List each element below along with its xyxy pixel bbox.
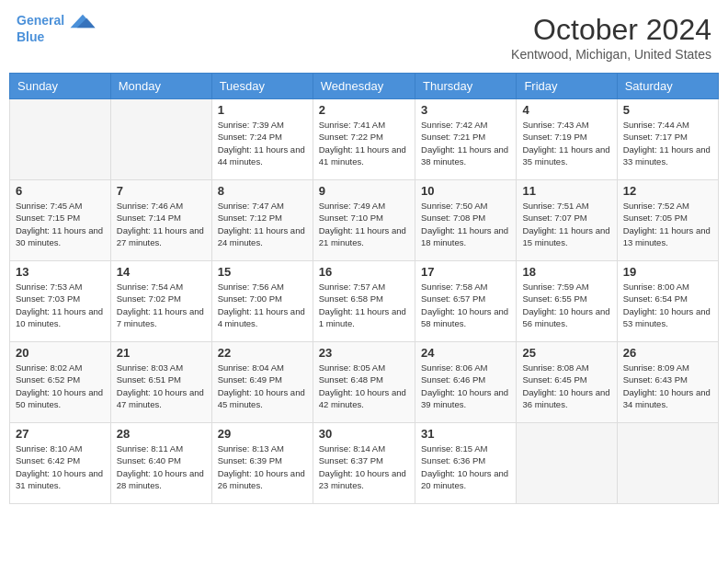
calendar-cell: 30Sunrise: 8:14 AMSunset: 6:37 PMDayligh…	[313, 423, 415, 504]
calendar-cell: 28Sunrise: 8:11 AMSunset: 6:40 PMDayligh…	[110, 423, 211, 504]
day-number: 25	[522, 346, 610, 360]
day-info: Sunrise: 8:05 AMSunset: 6:48 PMDaylight:…	[319, 362, 409, 410]
calendar-cell: 23Sunrise: 8:05 AMSunset: 6:48 PMDayligh…	[313, 342, 415, 423]
day-number: 20	[16, 346, 105, 360]
calendar-cell: 3Sunrise: 7:42 AMSunset: 7:21 PMDaylight…	[415, 99, 517, 180]
calendar-cell: 8Sunrise: 7:47 AMSunset: 7:12 PMDaylight…	[211, 180, 313, 261]
day-info: Sunrise: 7:59 AMSunset: 6:55 PMDaylight:…	[522, 281, 610, 329]
day-number: 16	[319, 265, 409, 279]
day-number: 17	[421, 265, 510, 279]
calendar-cell: 21Sunrise: 8:03 AMSunset: 6:51 PMDayligh…	[110, 342, 211, 423]
day-info: Sunrise: 8:11 AMSunset: 6:40 PMDaylight:…	[117, 442, 206, 491]
day-info: Sunrise: 7:54 AMSunset: 7:02 PMDaylight:…	[117, 281, 206, 329]
calendar-cell: 7Sunrise: 7:46 AMSunset: 7:14 PMDaylight…	[110, 180, 211, 261]
calendar-cell: 20Sunrise: 8:02 AMSunset: 6:52 PMDayligh…	[10, 342, 111, 423]
day-info: Sunrise: 8:00 AMSunset: 6:54 PMDaylight:…	[623, 281, 712, 329]
day-number: 10	[421, 184, 510, 198]
calendar-cell: 12Sunrise: 7:52 AMSunset: 7:05 PMDayligh…	[617, 180, 718, 261]
calendar-cell: 24Sunrise: 8:06 AMSunset: 6:46 PMDayligh…	[415, 342, 517, 423]
day-of-week-header: Wednesday	[313, 74, 415, 99]
day-info: Sunrise: 7:45 AMSunset: 7:15 PMDaylight:…	[16, 200, 105, 248]
calendar-week-row: 27Sunrise: 8:10 AMSunset: 6:42 PMDayligh…	[10, 423, 719, 504]
calendar-cell: 18Sunrise: 7:59 AMSunset: 6:55 PMDayligh…	[517, 261, 617, 342]
day-number: 3	[421, 103, 510, 117]
day-number: 24	[421, 346, 510, 360]
calendar-week-row: 13Sunrise: 7:53 AMSunset: 7:03 PMDayligh…	[10, 261, 719, 342]
day-of-week-header: Monday	[110, 74, 211, 99]
day-info: Sunrise: 7:53 AMSunset: 7:03 PMDaylight:…	[16, 281, 105, 329]
day-number: 14	[117, 265, 206, 279]
calendar-cell: 29Sunrise: 8:13 AMSunset: 6:39 PMDayligh…	[211, 423, 313, 504]
day-info: Sunrise: 8:02 AMSunset: 6:52 PMDaylight:…	[16, 362, 105, 410]
calendar-cell: 5Sunrise: 7:44 AMSunset: 7:17 PMDaylight…	[617, 99, 718, 180]
calendar-week-row: 1Sunrise: 7:39 AMSunset: 7:24 PMDaylight…	[10, 99, 719, 180]
day-info: Sunrise: 7:41 AMSunset: 7:22 PMDaylight:…	[319, 119, 409, 167]
calendar-cell: 9Sunrise: 7:49 AMSunset: 7:10 PMDaylight…	[313, 180, 415, 261]
day-number: 7	[117, 184, 206, 198]
calendar-cell: 22Sunrise: 8:04 AMSunset: 6:49 PMDayligh…	[211, 342, 313, 423]
day-info: Sunrise: 8:14 AMSunset: 6:37 PMDaylight:…	[319, 442, 409, 491]
calendar-week-row: 20Sunrise: 8:02 AMSunset: 6:52 PMDayligh…	[10, 342, 719, 423]
day-of-week-header: Friday	[517, 74, 617, 99]
day-number: 21	[117, 346, 206, 360]
day-number: 27	[16, 427, 105, 441]
day-info: Sunrise: 7:47 AMSunset: 7:12 PMDaylight:…	[218, 200, 307, 248]
calendar-table: SundayMondayTuesdayWednesdayThursdayFrid…	[9, 73, 719, 504]
day-info: Sunrise: 8:10 AMSunset: 6:42 PMDaylight:…	[16, 442, 105, 491]
logo-text: General	[17, 13, 96, 29]
day-number: 4	[522, 103, 610, 117]
calendar-cell: 26Sunrise: 8:09 AMSunset: 6:43 PMDayligh…	[617, 342, 718, 423]
month-title: October 2024	[511, 13, 711, 47]
day-info: Sunrise: 7:58 AMSunset: 6:57 PMDaylight:…	[421, 281, 510, 329]
calendar-cell: 16Sunrise: 7:57 AMSunset: 6:58 PMDayligh…	[313, 261, 415, 342]
calendar-cell: 27Sunrise: 8:10 AMSunset: 6:42 PMDayligh…	[10, 423, 111, 504]
day-number: 1	[218, 103, 307, 117]
logo: General Blue	[17, 13, 96, 45]
day-number: 5	[623, 103, 712, 117]
day-info: Sunrise: 7:49 AMSunset: 7:10 PMDaylight:…	[319, 200, 409, 248]
calendar-cell: 25Sunrise: 8:08 AMSunset: 6:45 PMDayligh…	[517, 342, 617, 423]
day-number: 13	[16, 265, 105, 279]
day-of-week-header: Thursday	[415, 74, 517, 99]
calendar-cell: 13Sunrise: 7:53 AMSunset: 7:03 PMDayligh…	[10, 261, 111, 342]
day-info: Sunrise: 8:06 AMSunset: 6:46 PMDaylight:…	[421, 362, 510, 410]
day-info: Sunrise: 7:39 AMSunset: 7:24 PMDaylight:…	[218, 119, 307, 167]
calendar-cell	[10, 99, 111, 180]
day-number: 22	[218, 346, 307, 360]
calendar-week-row: 6Sunrise: 7:45 AMSunset: 7:15 PMDaylight…	[10, 180, 719, 261]
calendar-cell	[517, 423, 617, 504]
calendar-cell: 1Sunrise: 7:39 AMSunset: 7:24 PMDaylight…	[211, 99, 313, 180]
day-number: 2	[319, 103, 409, 117]
day-number: 18	[522, 265, 610, 279]
calendar-cell: 6Sunrise: 7:45 AMSunset: 7:15 PMDaylight…	[10, 180, 111, 261]
day-info: Sunrise: 8:08 AMSunset: 6:45 PMDaylight:…	[522, 362, 610, 410]
day-info: Sunrise: 7:57 AMSunset: 6:58 PMDaylight:…	[319, 281, 409, 329]
day-number: 15	[218, 265, 307, 279]
calendar-cell	[110, 99, 211, 180]
day-number: 28	[117, 427, 206, 441]
day-of-week-header: Tuesday	[211, 74, 313, 99]
calendar-cell	[617, 423, 718, 504]
day-info: Sunrise: 7:42 AMSunset: 7:21 PMDaylight:…	[421, 119, 510, 167]
calendar-cell: 31Sunrise: 8:15 AMSunset: 6:36 PMDayligh…	[415, 423, 517, 504]
calendar-cell: 10Sunrise: 7:50 AMSunset: 7:08 PMDayligh…	[415, 180, 517, 261]
day-of-week-header: Sunday	[10, 74, 111, 99]
day-of-week-header: Saturday	[617, 74, 718, 99]
day-info: Sunrise: 7:50 AMSunset: 7:08 PMDaylight:…	[421, 200, 510, 248]
day-info: Sunrise: 7:52 AMSunset: 7:05 PMDaylight:…	[623, 200, 712, 248]
calendar-cell: 17Sunrise: 7:58 AMSunset: 6:57 PMDayligh…	[415, 261, 517, 342]
day-number: 31	[421, 427, 510, 441]
calendar-cell: 15Sunrise: 7:56 AMSunset: 7:00 PMDayligh…	[211, 261, 313, 342]
day-number: 9	[319, 184, 409, 198]
day-number: 23	[319, 346, 409, 360]
location-title: Kentwood, Michigan, United States	[511, 47, 711, 62]
calendar-cell: 2Sunrise: 7:41 AMSunset: 7:22 PMDaylight…	[313, 99, 415, 180]
calendar-cell: 14Sunrise: 7:54 AMSunset: 7:02 PMDayligh…	[110, 261, 211, 342]
logo-blue-text: Blue	[17, 29, 96, 45]
calendar-cell: 19Sunrise: 8:00 AMSunset: 6:54 PMDayligh…	[617, 261, 718, 342]
day-number: 8	[218, 184, 307, 198]
day-info: Sunrise: 7:51 AMSunset: 7:07 PMDaylight:…	[522, 200, 610, 248]
day-info: Sunrise: 8:13 AMSunset: 6:39 PMDaylight:…	[218, 442, 307, 491]
day-number: 29	[218, 427, 307, 441]
calendar-header-row: SundayMondayTuesdayWednesdayThursdayFrid…	[10, 74, 719, 99]
